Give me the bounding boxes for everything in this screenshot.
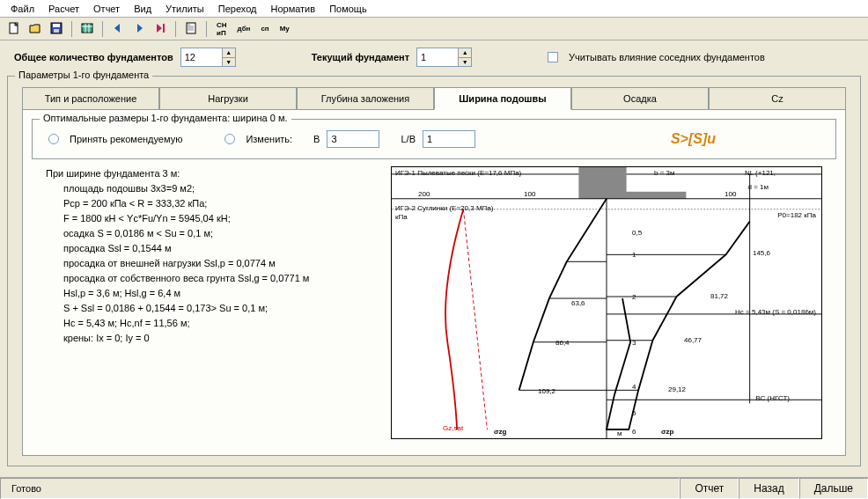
tab-type[interactable]: Тип и расположение bbox=[22, 87, 159, 110]
warning-label: S>[S]u bbox=[671, 131, 716, 147]
total-field[interactable] bbox=[181, 48, 222, 66]
chart-layer1: ИГЭ-1 Пылеватые пески (E=17,6 МПа) bbox=[395, 169, 521, 177]
chart-y05: 0,5 bbox=[632, 229, 642, 237]
chart-hc: Hc = 5,43м (S = 0,0186м) bbox=[735, 308, 816, 316]
spin-up-icon[interactable]: ▲ bbox=[458, 48, 471, 58]
chart-m: м bbox=[617, 429, 622, 437]
report-icon[interactable] bbox=[182, 20, 200, 38]
radio-change-label: Изменить: bbox=[246, 134, 292, 144]
calc-line: просадка Ssl = 0,1544 м bbox=[63, 241, 380, 256]
tab-depth[interactable]: Глубина заложения bbox=[297, 87, 434, 110]
chart-4677: 46,77 bbox=[684, 336, 702, 344]
current-field[interactable] bbox=[417, 48, 458, 66]
mu-button[interactable]: Му bbox=[276, 20, 293, 38]
spin-down-icon[interactable]: ▼ bbox=[458, 58, 471, 67]
sn-button[interactable]: СНиП bbox=[213, 20, 231, 38]
radio-recommend[interactable] bbox=[48, 134, 59, 144]
opt-legend: Оптимальные размеры 1-го фундамента: шир… bbox=[40, 113, 291, 123]
chart: ИГЭ-1 Пылеватые пески (E=17,6 МПа) NL (+… bbox=[391, 166, 822, 439]
chart-b: b = 3м bbox=[654, 169, 675, 177]
status-next-button[interactable]: Дальше bbox=[799, 478, 868, 499]
tabs: Тип и расположение Нагрузки Глубина зало… bbox=[22, 87, 846, 110]
calc-line: просадка от внешней нагрузки Ssl,p = 0,0… bbox=[63, 256, 380, 271]
svg-rect-3 bbox=[54, 29, 59, 33]
tab-loads[interactable]: Нагрузки bbox=[159, 87, 297, 110]
chart-y1: 1 bbox=[632, 251, 636, 259]
calc-line: осадка S = 0,0186 м < Su = 0,1 м; bbox=[63, 226, 380, 241]
chart-x-200l: 200 bbox=[418, 190, 430, 198]
svg-rect-12 bbox=[591, 192, 686, 199]
new-icon[interactable] bbox=[5, 20, 23, 38]
chart-bc: BC (НГСТ) bbox=[755, 394, 790, 402]
menu-util[interactable]: Утилиты bbox=[158, 2, 211, 15]
svg-rect-2 bbox=[53, 24, 60, 27]
total-label: Общее количество фундаментов bbox=[14, 52, 173, 62]
chart-1092: 109,2 bbox=[538, 387, 555, 395]
status-report-button[interactable]: Отчет bbox=[680, 478, 739, 499]
open-icon[interactable] bbox=[26, 20, 44, 38]
tab-settle[interactable]: Осадка bbox=[571, 87, 709, 110]
spin-down-icon[interactable]: ▼ bbox=[222, 58, 235, 67]
toolbar: СНиП дбн сп Му bbox=[0, 18, 868, 40]
chart-864: 86,4 bbox=[555, 339, 570, 347]
params-fieldset: Параметры 1-го фундамента Тип и располож… bbox=[7, 76, 861, 466]
chart-x-100l: 100 bbox=[524, 190, 535, 198]
lb-input[interactable] bbox=[423, 130, 475, 148]
calc-line: Hsl,p = 3,6 м; Hsl,g = 6,4 м bbox=[63, 286, 380, 301]
spin-up-icon[interactable]: ▲ bbox=[222, 48, 235, 58]
current-input[interactable]: ▲▼ bbox=[416, 48, 472, 67]
tab-cz[interactable]: Cz bbox=[709, 87, 846, 110]
calc-line: S + Ssl = 0,0186 + 0,1544 = 0,173> Su = … bbox=[63, 301, 380, 316]
menu-norm[interactable]: Норматив bbox=[263, 2, 322, 15]
chart-p0: P0=182 кПа bbox=[777, 211, 816, 219]
menu-go[interactable]: Переход bbox=[211, 2, 264, 15]
chart-8172: 81,72 bbox=[710, 292, 728, 300]
calc-line: Hc = 5,43 м; Hc,nf = 11,56 м; bbox=[63, 316, 380, 331]
current-spinner[interactable]: ▲▼ bbox=[458, 48, 471, 66]
status-ready: Готово bbox=[0, 478, 680, 499]
tab-width[interactable]: Ширина подошвы bbox=[434, 87, 571, 110]
chart-nl: NL (+121, bbox=[745, 169, 776, 177]
chart-x-100r: 100 bbox=[725, 190, 736, 198]
b-input[interactable] bbox=[327, 130, 379, 148]
dbn-button[interactable]: дбн bbox=[234, 20, 254, 38]
menu-report[interactable]: Отчет bbox=[86, 2, 127, 15]
total-input[interactable]: ▲▼ bbox=[180, 48, 236, 67]
chart-d: d = 1м bbox=[747, 183, 769, 191]
current-label: Текущий фундамент bbox=[312, 52, 409, 62]
chart-1456: 145,6 bbox=[753, 249, 770, 257]
radio-change[interactable] bbox=[224, 134, 235, 144]
chart-gz: Gz,sat bbox=[443, 424, 463, 432]
chart-y2: 2 bbox=[632, 293, 636, 301]
neighbor-checkbox[interactable] bbox=[548, 52, 558, 62]
next-step-icon[interactable] bbox=[151, 20, 169, 38]
sp-button[interactable]: сп bbox=[257, 20, 272, 38]
chart-y5: 5 bbox=[632, 409, 636, 417]
chart-kpa: кПа bbox=[395, 213, 408, 221]
menu-calc[interactable]: Расчет bbox=[41, 2, 86, 15]
total-spinner[interactable]: ▲▼ bbox=[222, 48, 235, 66]
back-arrow-icon[interactable] bbox=[109, 20, 127, 38]
chart-layer2: ИГЭ-2 Суглинки (E=20,3 МПа) bbox=[395, 204, 493, 212]
calc-line: площадь подошвы 3x3=9 м2; bbox=[63, 181, 380, 196]
forward-arrow-icon[interactable] bbox=[130, 20, 148, 38]
menu-file[interactable]: Файл bbox=[4, 2, 41, 15]
status-back-button[interactable]: Назад bbox=[739, 478, 798, 499]
radio-recommend-label: Принять рекомендуемую bbox=[70, 134, 182, 144]
chart-636: 63,6 bbox=[571, 299, 585, 307]
chart-sp: σzp bbox=[661, 428, 673, 436]
calc-results: При ширине фундамента 3 м: площадь подош… bbox=[46, 166, 380, 439]
calc-line: Рср = 200 кПа < R = 333,32 кПа; bbox=[63, 196, 380, 211]
calendar-icon[interactable] bbox=[78, 20, 96, 38]
chart-sg: σzg bbox=[494, 428, 506, 436]
menu-help[interactable]: Помощь bbox=[322, 2, 374, 15]
chart-2912: 29,12 bbox=[668, 385, 686, 393]
menu-view[interactable]: Вид bbox=[127, 2, 158, 15]
b-label: B bbox=[313, 134, 320, 144]
calc-line: F = 1800 кН < Yc*Fu/Yn = 5945,04 кН; bbox=[63, 211, 380, 226]
calc-line: крены: Ix = 0; Iy = 0 bbox=[63, 331, 380, 346]
save-icon[interactable] bbox=[48, 20, 65, 38]
neighbor-label: Учитывать влияние соседних фундаментов bbox=[569, 52, 765, 62]
menu-bar: Файл Расчет Отчет Вид Утилиты Переход Но… bbox=[0, 0, 868, 18]
chart-y4: 4 bbox=[632, 383, 636, 391]
